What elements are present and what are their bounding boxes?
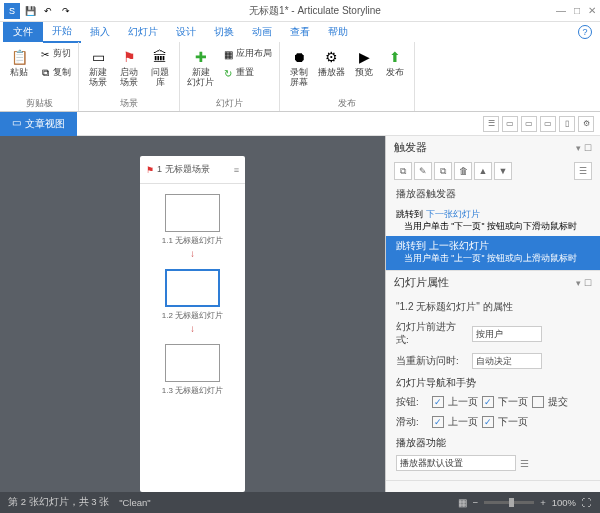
right-panel: 触发器▾ ☐ ⧉ ✎ ⧉ 🗑 ▲ ▼ ☰ 播放器触发器 跳转到 下一张幻灯片当用… [385,136,600,492]
slide-1[interactable] [165,194,220,232]
cut-button[interactable]: ✂剪切 [36,45,73,63]
group-label-slides: 幻灯片 [185,97,274,110]
menu-help[interactable]: 帮助 [319,22,357,42]
menubar: 文件 开始 插入 幻灯片 设计 切换 动画 查看 帮助 ? [0,22,600,42]
menu-design[interactable]: 设计 [167,22,205,42]
zoom-in-button[interactable]: + [540,497,546,508]
slide-2-label: 1.2 无标题幻灯片 [162,310,223,321]
preview-button[interactable]: ▶预览 [350,45,378,97]
status-position: 第 2 张幻灯片，共 3 张 [8,496,109,509]
story-canvas[interactable]: ⚑1 无标题场景≡ 1.1 无标题幻灯片 ↓ 1.2 无标题幻灯片 ↓ 1.3 … [0,136,385,492]
fit-button[interactable]: ⛶ [582,497,592,508]
next-checkbox[interactable]: ✓ [482,396,494,408]
record-screen-button[interactable]: ⏺录制 屏幕 [285,45,313,97]
tab-story-view[interactable]: ▭文章视图 [0,112,77,136]
move-down-button[interactable]: ▼ [494,162,512,180]
document-tab-row: ▭文章视图 ☰ ▭ ▭ ▭ ▯ ⚙ [0,112,600,136]
edit-trigger-button[interactable]: ✎ [414,162,432,180]
zoom-slider[interactable] [484,501,534,504]
properties-panel: 幻灯片属性▾ ☐ "1.2 无标题幻灯片" 的属性 幻灯片前进方式: 按用户 当… [386,271,600,481]
window-controls: — □ ✕ [556,5,596,16]
redo-icon[interactable]: ↷ [58,3,74,19]
props-title: "1.2 无标题幻灯片" 的属性 [396,300,590,318]
question-bank-button[interactable]: 🏛问题 库 [146,45,174,97]
new-slide-button[interactable]: ✚新建 幻灯片 [185,45,216,97]
player-menu-icon[interactable]: ☰ [520,458,529,469]
window-title: 无标题1* - Articulate Storyline [74,4,556,18]
player-subheader: 播放器功能 [396,432,590,452]
nav-subheader: 幻灯片导航和手势 [396,372,590,392]
apply-layout-button[interactable]: ▦应用布局 [219,45,274,63]
scene-block[interactable]: ⚑1 无标题场景≡ 1.1 无标题幻灯片 ↓ 1.2 无标题幻灯片 ↓ 1.3 … [140,156,245,492]
close-button[interactable]: ✕ [588,5,596,16]
panel-btn-6[interactable]: ⚙ [578,116,594,132]
ribbon: 📋粘贴 ✂剪切 ⧉复制 剪贴板 ▭新建 场景 ⚑启动 场景 🏛问题 库 场景 ✚… [0,42,600,112]
copy-button[interactable]: ⧉复制 [36,64,73,82]
undo-icon[interactable]: ↶ [40,3,56,19]
add-trigger-button[interactable]: ⧉ [394,162,412,180]
submit-checkbox[interactable] [532,396,544,408]
triggers-header: 触发器▾ ☐ [386,136,600,159]
flag-icon: ⚑ [146,165,154,175]
revisit-select[interactable]: 自动决定 [472,353,542,369]
menu-slides[interactable]: 幻灯片 [119,22,167,42]
vars-button[interactable]: ☰ [574,162,592,180]
move-up-button[interactable]: ▲ [474,162,492,180]
minimize-button[interactable]: — [556,5,566,16]
player-button[interactable]: ⚙播放器 [316,45,347,97]
trigger-2-selected[interactable]: 跳转到 上一张幻灯片当用户单击 "上一页" 按钮或向上滑动鼠标时 [385,236,600,270]
help-icon[interactable]: ? [578,25,592,39]
player-default-select[interactable]: 播放器默认设置 [396,455,516,471]
panel-toggle-buttons: ☰ ▭ ▭ ▭ ▯ ⚙ [483,116,600,132]
triggers-panel: 触发器▾ ☐ ⧉ ✎ ⧉ 🗑 ▲ ▼ ☰ 播放器触发器 跳转到 下一张幻灯片当用… [386,136,600,271]
app-icon[interactable]: S [4,3,20,19]
panel-btn-1[interactable]: ☰ [483,116,499,132]
status-layout: "Clean" [119,497,151,508]
trigger-1[interactable]: 跳转到 下一张幻灯片当用户单击 "下一页" 按钮或向下滑动鼠标时 [386,205,600,236]
collapse-icon[interactable]: ▾ ☐ [576,278,592,288]
menu-anim[interactable]: 动画 [243,22,281,42]
slide-3[interactable] [165,344,220,382]
scene-menu-icon[interactable]: ≡ [234,165,239,175]
menu-transition[interactable]: 切换 [205,22,243,42]
start-scene-button[interactable]: ⚑启动 场景 [115,45,143,97]
zoom-level: 100% [552,497,576,508]
swipe-next-checkbox[interactable]: ✓ [482,416,494,428]
ribbon-group-scene: ▭新建 场景 ⚑启动 场景 🏛问题 库 场景 [79,42,180,111]
maximize-button[interactable]: □ [574,5,580,16]
panel-btn-4[interactable]: ▭ [540,116,556,132]
advance-row: 幻灯片前进方式: 按用户 [396,318,590,350]
menu-file[interactable]: 文件 [3,22,43,42]
group-label-publish: 发布 [285,97,409,110]
view-mode-icon[interactable]: ▦ [458,497,467,508]
main-area: ⚑1 无标题场景≡ 1.1 无标题幻灯片 ↓ 1.2 无标题幻灯片 ↓ 1.3 … [0,136,600,492]
paste-button[interactable]: 📋粘贴 [5,45,33,97]
swipe-row: 滑动: ✓上一页 ✓下一页 [396,412,590,432]
slide-2[interactable] [165,269,220,307]
advance-select[interactable]: 按用户 [472,326,542,342]
menu-view[interactable]: 查看 [281,22,319,42]
copy-trigger-button[interactable]: ⧉ [434,162,452,180]
menu-start[interactable]: 开始 [43,21,81,43]
panel-btn-5[interactable]: ▯ [559,116,575,132]
swipe-prev-checkbox[interactable]: ✓ [432,416,444,428]
panel-btn-2[interactable]: ▭ [502,116,518,132]
prev-checkbox[interactable]: ✓ [432,396,444,408]
group-label-clipboard: 剪贴板 [5,97,73,110]
publish-button[interactable]: ⬆发布 [381,45,409,97]
scene-header[interactable]: ⚑1 无标题场景≡ [140,156,245,184]
ribbon-group-clipboard: 📋粘贴 ✂剪切 ⧉复制 剪贴板 [0,42,79,111]
slide-3-label: 1.3 无标题幻灯片 [162,385,223,396]
menu-insert[interactable]: 插入 [81,22,119,42]
player-default-row: 播放器默认设置 ☰ [396,452,590,474]
zoom-out-button[interactable]: − [473,497,479,508]
delete-trigger-button[interactable]: 🗑 [454,162,472,180]
reset-button[interactable]: ↻重置 [219,64,274,82]
revisit-row: 当重新访问时: 自动决定 [396,350,590,372]
quick-access-toolbar: S 💾 ↶ ↷ [4,3,74,19]
panel-btn-3[interactable]: ▭ [521,116,537,132]
collapse-icon[interactable]: ▾ ☐ [576,143,592,153]
save-icon[interactable]: 💾 [22,3,38,19]
group-label-scene: 场景 [84,97,174,110]
new-scene-button[interactable]: ▭新建 场景 [84,45,112,97]
